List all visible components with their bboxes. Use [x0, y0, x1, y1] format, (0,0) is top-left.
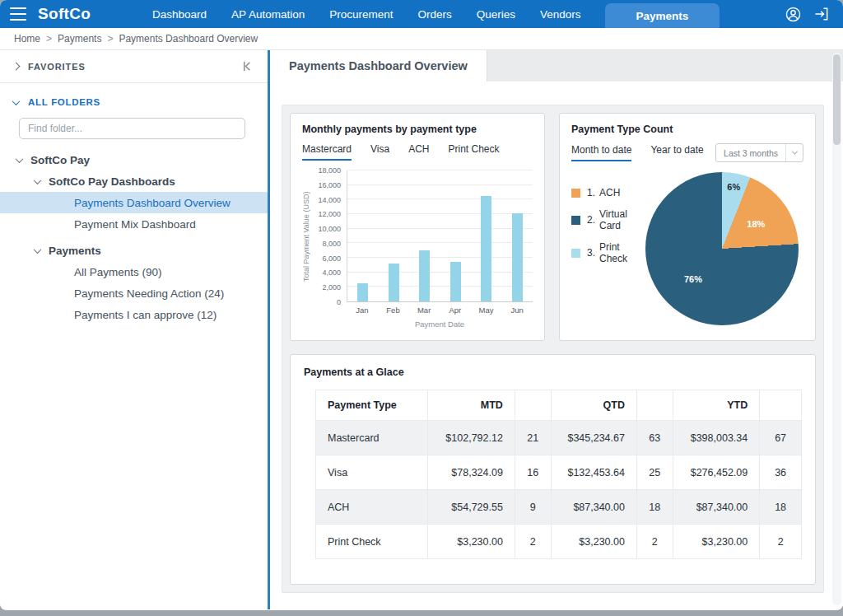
- tree-item-payments-needing-action-24[interactable]: Payments Needing Action (24): [0, 282, 268, 304]
- nav-item-queries[interactable]: Queries: [464, 0, 528, 28]
- chevron-down-icon[interactable]: [34, 176, 42, 184]
- dashboard-canvas: Monthly payments by payment type Masterc…: [282, 105, 824, 593]
- nav-item-dashboard[interactable]: Dashboard: [140, 0, 219, 28]
- bar-chart: Total Payment Value (USD) 18,00016,00014…: [302, 170, 533, 329]
- legend-label: Virtual Card: [599, 208, 645, 231]
- tree-item-payment-mix-dashboard[interactable]: Payment Mix Dashboard: [0, 213, 268, 235]
- x-axis-tick-label: Mar: [412, 306, 436, 315]
- scrollbar-thumb[interactable]: [833, 54, 841, 145]
- y-axis-tick-label: 8,000: [322, 240, 341, 248]
- y-axis-tick-label: 16,000: [318, 181, 341, 189]
- nav-item-procurement[interactable]: Procurement: [317, 0, 405, 28]
- x-axis-tick-label: Jun: [505, 306, 529, 315]
- chart-tab-mastercard[interactable]: Mastercard: [302, 143, 352, 161]
- card-payments-at-a-glance: Payments at a Glace Payment TypeMTDQTDYT…: [290, 354, 816, 585]
- legend-label: ACH: [599, 187, 620, 198]
- legend-item-virtual-card: 2.Virtual Card: [571, 208, 645, 231]
- value-cell: $87,340.00: [673, 490, 760, 525]
- table-header-count-4: [636, 390, 673, 421]
- nav-item-vendors[interactable]: Vendors: [528, 0, 594, 28]
- value-cell: $54,729.55: [427, 490, 515, 525]
- tree-item-all-payments-90[interactable]: All Payments (90): [0, 261, 268, 282]
- nav-item-ap-automation[interactable]: AP Automation: [219, 0, 317, 28]
- months-filter-dropdown[interactable]: Last 3 months: [715, 143, 803, 162]
- table-row: ACH$54,729.559$87,340.0018$87,340.0018: [316, 490, 802, 525]
- table-header-ytd: YTD: [673, 390, 760, 421]
- legend-swatch: [571, 189, 580, 198]
- tree-item-payments[interactable]: Payments: [0, 240, 268, 261]
- bar-jan: [357, 283, 368, 301]
- nav-tab-payments[interactable]: Payments: [605, 3, 720, 28]
- y-axis-tick-label: 6,000: [322, 254, 341, 263]
- y-axis-tick-label: 12,000: [318, 210, 341, 218]
- table-header-count-6: [760, 390, 802, 421]
- breadcrumb: Home>Payments>Payments Dashboard Overvie…: [0, 28, 843, 50]
- bar-apr: [450, 262, 461, 301]
- legend-label: Print Check: [599, 241, 645, 264]
- card-monthly-payments: Monthly payments by payment type Masterc…: [290, 113, 545, 341]
- tree-item-payments-i-can-approve-12[interactable]: Payments I can approve (12): [0, 304, 268, 325]
- value-cell: $102,792.12: [427, 421, 515, 455]
- x-axis-tick-label: Feb: [380, 306, 405, 315]
- chevron-down-icon[interactable]: [16, 155, 24, 163]
- payment-type-cell: ACH: [316, 490, 428, 525]
- find-folder-input[interactable]: [19, 118, 245, 139]
- sidebar: FAVORITES ALL FOLDERS SoftCo PaySoftCo P…: [0, 50, 268, 609]
- payment-type-cell: Print Check: [316, 525, 428, 559]
- chart-tab-year-to-date[interactable]: Year to date: [650, 144, 703, 161]
- vertical-scrollbar[interactable]: [832, 53, 841, 605]
- tree-item-softco-pay[interactable]: SoftCo Pay: [0, 149, 268, 170]
- tab-payments-dashboard-overview[interactable]: Payments Dashboard Overview: [270, 50, 487, 82]
- brand-logo: SoftCo: [38, 5, 91, 23]
- favorites-section[interactable]: FAVORITES: [0, 50, 268, 82]
- x-axis-title: Payment Date: [347, 320, 533, 329]
- chevron-right-icon[interactable]: [12, 63, 21, 71]
- breadcrumb-item-home[interactable]: Home: [14, 33, 40, 44]
- chevron-down-icon[interactable]: [34, 245, 42, 254]
- chevron-down-icon[interactable]: [12, 97, 21, 105]
- chart-tab-month-to-date[interactable]: Month to date: [571, 144, 631, 161]
- menu-icon[interactable]: [10, 7, 26, 21]
- table-header-count-2: [515, 390, 551, 421]
- tree-item-label: All Payments (90): [74, 266, 162, 278]
- breadcrumb-item-payments[interactable]: Payments: [58, 33, 101, 44]
- value-cell: $3,230.00: [551, 525, 636, 559]
- collapse-panel-icon[interactable]: [240, 59, 254, 73]
- y-axis-title: Total Payment Value (USD): [302, 170, 314, 302]
- payments-summary-table: Payment TypeMTDQTDYTD Mastercard$102,792…: [315, 390, 802, 559]
- value-cell: $132,453.64: [551, 455, 636, 490]
- pie-slice-label: 18%: [747, 219, 765, 229]
- bar-mar: [419, 250, 430, 301]
- value-cell: 21: [515, 421, 551, 455]
- table-header-mtd: MTD: [427, 390, 515, 421]
- chart-tab-ach[interactable]: ACH: [408, 143, 429, 161]
- chevron-down-icon: [785, 144, 803, 161]
- legend-swatch: [571, 249, 580, 258]
- legend-item-print-check: 3.Print Check: [571, 241, 645, 264]
- x-axis-ticks: JanFebMarAprMayJun: [347, 306, 533, 315]
- value-cell: $3,230.00: [673, 525, 760, 559]
- chart-tab-print-check[interactable]: Print Check: [449, 143, 500, 161]
- breadcrumb-item-payments-dashboard-overview[interactable]: Payments Dashboard Overview: [119, 33, 258, 44]
- card-payment-type-count: Payment Type Count Month to dateYear to …: [559, 113, 816, 341]
- dropdown-value: Last 3 months: [724, 148, 778, 158]
- tree-item-payments-dashboard-overview[interactable]: Payments Dashboard Overview: [0, 192, 268, 213]
- value-cell: 36: [760, 455, 802, 490]
- card-title: Payments at a Glace: [304, 366, 802, 378]
- top-navigation-bar: SoftCo DashboardAP AutomationProcurement…: [0, 0, 843, 28]
- x-axis-tick-label: Apr: [443, 306, 468, 315]
- table-row: Print Check$3,230.002$3,230.002$3,230.00…: [316, 525, 802, 559]
- value-cell: $276,452.09: [673, 455, 760, 490]
- chart-tab-visa[interactable]: Visa: [370, 143, 389, 161]
- all-folders-section[interactable]: ALL FOLDERS: [0, 83, 268, 107]
- y-axis-tick-label: 18,000: [318, 166, 341, 175]
- tree-item-label: Payments Dashboard Overview: [74, 197, 231, 209]
- tree-item-softco-pay-dashboards[interactable]: SoftCo Pay Dashboards: [0, 170, 268, 192]
- bar-feb: [389, 264, 399, 301]
- user-account-icon[interactable]: [785, 6, 802, 23]
- tree-item-label: Payments Needing Action (24): [74, 287, 224, 300]
- value-cell: $3,230.00: [427, 525, 515, 559]
- value-cell: 2: [515, 525, 551, 559]
- nav-item-orders[interactable]: Orders: [405, 0, 463, 28]
- logout-icon[interactable]: [813, 6, 830, 22]
